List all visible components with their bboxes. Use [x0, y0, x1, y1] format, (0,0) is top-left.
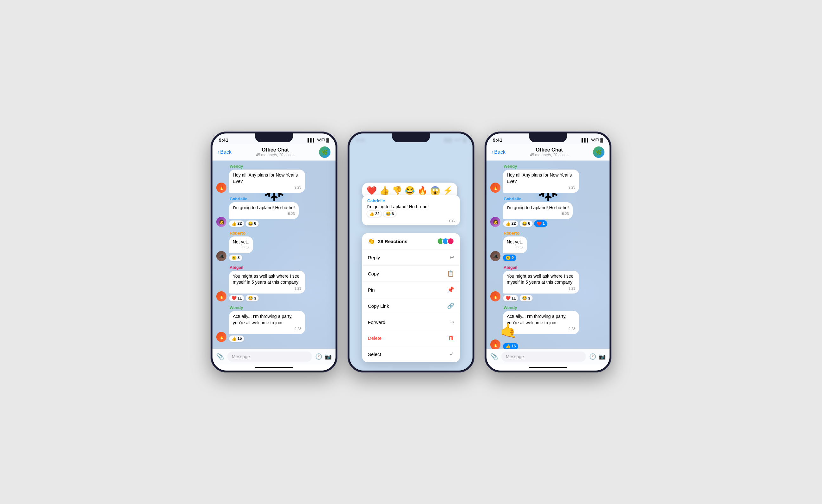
bubble-wendy-1-right[interactable]: Hey all! Any plans for New Year's Eve? 9…: [503, 169, 579, 193]
reaction-heart-gabrielle-right[interactable]: ❤️1: [534, 220, 547, 227]
reactions-label: 28 Reactions: [378, 239, 408, 244]
attach-icon-left[interactable]: 📎: [216, 353, 224, 361]
bubble-abigail-right[interactable]: You might as well ask where I see myself…: [503, 271, 579, 294]
reaction-heart-abigail-right[interactable]: ❤️11: [503, 295, 518, 302]
reaction-cry-left[interactable]: 😢8: [229, 255, 242, 261]
time-gabrielle-left: 9:23: [233, 211, 295, 216]
battery-icon-right: ▓: [600, 138, 603, 142]
avatar-gabrielle-left: 👩: [216, 217, 227, 227]
bubble-wendy-2-right[interactable]: Actually... I'm throwing a party, you're…: [503, 311, 579, 334]
nav-avatar-left[interactable]: 🌿: [319, 146, 331, 158]
bubble-gabrielle-left[interactable]: I'm going to Lapland! Ho-ho-ho! 9:23: [229, 202, 299, 219]
nav-center-right: Office Chat 45 members, 20 online: [509, 147, 590, 157]
chevron-left-icon-right: ‹: [491, 149, 493, 155]
bubble-wrap-gabrielle-right: Gabrielle I'm going to Lapland! Ho-ho-ho…: [503, 196, 573, 227]
emoji-shocked[interactable]: 😱: [430, 186, 440, 195]
battery-icon-left: ▓: [326, 138, 329, 142]
message-gabrielle-left: 👩 Gabrielle I'm going to Lapland! Ho-ho-…: [216, 196, 332, 227]
chat-area-right: ❄ 🔥 Wendy Hey all! Any plans for New Yea…: [486, 161, 609, 349]
message-abigail-left: 🔥 Abigail You might as well ask where I …: [216, 265, 332, 302]
bubble-gabrielle-right[interactable]: I'm going to Lapland! Ho-ho-ho! 9:23: [503, 202, 573, 219]
back-button-left[interactable]: ‹ Back: [218, 149, 232, 155]
bubble-wrap-roberto-right: Roberto Not yet.. 9:23 😢9: [503, 231, 527, 261]
back-label-left: Back: [220, 149, 232, 155]
message-wendy-2-left: 🔥 Wendy Actually... I'm throwing a party…: [216, 305, 332, 342]
reply-item[interactable]: Reply ↩: [362, 249, 460, 266]
emoji-thumbsup[interactable]: 👍: [379, 186, 389, 195]
camera-icon-right[interactable]: 📷: [599, 353, 606, 360]
bubble-text-abigail-right: You might as well ask where I see myself…: [507, 274, 573, 285]
sender-roberto-left: Roberto: [229, 231, 253, 235]
reaction-laugh-abigail-left[interactable]: 😂3: [246, 295, 259, 302]
input-icons-left: 🕐 📷: [315, 353, 332, 360]
notch-right: [529, 133, 567, 142]
clapping-icon: 👏: [368, 238, 375, 245]
reaction-laugh-left[interactable]: 😂6: [246, 220, 259, 227]
reaction-heart-abigail-left[interactable]: ❤️11: [229, 295, 244, 302]
copy-icon: 📋: [447, 270, 454, 277]
delete-item[interactable]: Delete 🗑: [362, 330, 460, 346]
reaction-cry-roberto-right[interactable]: 😢9: [503, 255, 516, 261]
time-abigail-right: 9:23: [507, 286, 575, 291]
context-reaction-laugh[interactable]: 😂6: [383, 210, 396, 217]
bubble-roberto-left[interactable]: Not yet.. 9:23: [229, 236, 253, 253]
camera-icon-left[interactable]: 📷: [325, 353, 332, 360]
nav-bar-left: ‹ Back Office Chat 45 members, 20 online…: [213, 144, 336, 161]
reaction-thumbsup-gabrielle-right[interactable]: 👍22: [503, 220, 518, 227]
delete-label: Delete: [368, 335, 382, 341]
time-wendy-1-right: 9:23: [507, 185, 575, 190]
context-reactions-middle: 👍22 😂6: [367, 210, 455, 217]
sender-wendy-2-right: Wendy: [503, 305, 579, 310]
bubble-wendy-1-left[interactable]: Hey all! Any plans for New Year's Eve? 9…: [229, 169, 305, 193]
forward-item[interactable]: Forward ↪: [362, 314, 460, 330]
nav-subtitle-right: 45 members, 20 online: [509, 153, 590, 157]
reaction-avatar-3: [447, 238, 454, 245]
sender-wendy-1-right: Wendy: [503, 164, 579, 169]
message-input-left[interactable]: Message: [228, 352, 312, 362]
select-item[interactable]: Select ✓: [362, 346, 460, 362]
reaction-laugh-gabrielle-right[interactable]: 😂6: [519, 220, 533, 227]
copy-link-item[interactable]: Copy Link 🔗: [362, 298, 460, 314]
sender-abigail-right: Abigail: [503, 265, 579, 270]
home-bar-right: [529, 367, 567, 368]
emoji-laugh[interactable]: 😂: [405, 186, 415, 195]
reactions-count-item[interactable]: 👏 28 Reactions: [362, 233, 460, 249]
reactions-gabrielle-left: 👍22 😂6: [229, 220, 299, 227]
phone-middle: 9:41 ▌▌▌ WiFi ▓ ❤️ 👍 👎 😂 🔥 😱 ⚡ Gabrielle…: [348, 131, 474, 373]
bubble-roberto-right[interactable]: Not yet.. 9:23: [503, 236, 527, 253]
pin-item[interactable]: Pin 📌: [362, 282, 460, 298]
time-wendy-1-left: 9:23: [233, 185, 301, 190]
bubble-text-roberto-right: Not yet..: [507, 239, 523, 244]
emoji-thumbsdown[interactable]: 👎: [392, 186, 402, 195]
bubble-text-wendy-1-left: Hey all! Any plans for New Year's Eve?: [233, 172, 298, 184]
context-time-middle: 9:23: [367, 218, 455, 222]
home-bar-left: [255, 367, 293, 368]
reaction-thumbsup-wendy-left[interactable]: 👍15: [229, 335, 244, 342]
avatar-gabrielle-right: 👩: [490, 217, 500, 227]
nav-bar-right: ‹ Back Office Chat 45 members, 20 online…: [486, 144, 609, 161]
attach-icon-right[interactable]: 📎: [490, 353, 498, 361]
reaction-laugh-abigail-right[interactable]: 😂3: [519, 295, 533, 302]
nav-avatar-right[interactable]: 🌿: [593, 146, 604, 158]
avatar-wendy-1-left: 🔥: [216, 182, 227, 193]
message-input-right[interactable]: Message: [501, 352, 586, 362]
nav-title-right: Office Chat: [509, 147, 590, 153]
reactions-roberto-right: 😢9: [503, 255, 527, 261]
emoji-heart[interactable]: ❤️: [367, 186, 377, 195]
notch-left: [255, 133, 293, 142]
message-abigail-right: 🔥 Abigail You might as well ask where I …: [490, 265, 606, 302]
clock-icon-left[interactable]: 🕐: [315, 353, 322, 360]
bubble-abigail-left[interactable]: You might as well ask where I see myself…: [229, 271, 305, 294]
phone-left: 9:41 ▌▌▌ WiFi ▓ ‹ Back Office Chat 45 me…: [211, 131, 337, 373]
back-button-right[interactable]: ‹ Back: [491, 149, 505, 155]
bubble-wendy-2-left[interactable]: Actually... I'm throwing a party, you're…: [229, 311, 305, 334]
emoji-bolt[interactable]: ⚡: [443, 186, 453, 195]
clock-icon-right[interactable]: 🕐: [589, 353, 596, 360]
context-reaction-thumbsup[interactable]: 👍22: [367, 210, 382, 217]
emoji-fire[interactable]: 🔥: [417, 186, 427, 195]
reaction-thumbsup-wendy-right[interactable]: 👍16: [503, 343, 518, 349]
copy-item[interactable]: Copy 📋: [362, 266, 460, 282]
reaction-thumbsup-left[interactable]: 👍22: [229, 220, 244, 227]
message-roberto-left: 🎩 Roberto Not yet.. 9:23 😢8: [216, 231, 332, 261]
context-sender-middle: Gabrielle: [367, 198, 455, 203]
